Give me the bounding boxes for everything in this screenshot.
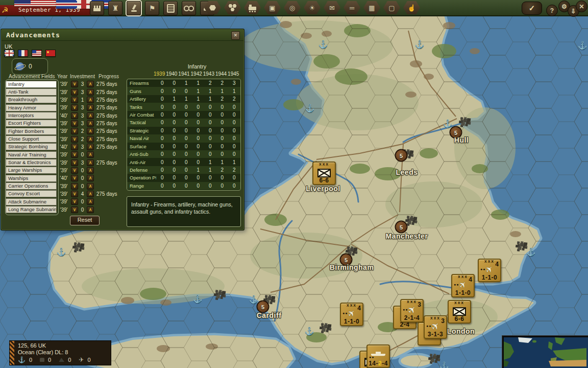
objectives-button[interactable]: ⚑ (145, 1, 159, 15)
investment-decrease-button[interactable]: ∨ (71, 136, 78, 143)
exit-button[interactable]: ✕ (576, 1, 587, 12)
hand-tool-button[interactable]: ☝ (403, 1, 420, 14)
field-name[interactable]: Attack Submarine (6, 198, 57, 205)
investment-increase-button[interactable]: ∧ (87, 159, 94, 166)
frame-view-button[interactable]: ▢ (383, 1, 400, 14)
flag-tab-usa[interactable] (32, 50, 42, 57)
supply-view-button[interactable]: ▣ (264, 1, 281, 14)
investment-decrease-button[interactable]: ∨ (71, 128, 78, 134)
investment-decrease-button[interactable]: ∨ (71, 151, 78, 158)
production-button[interactable] (90, 1, 104, 15)
field-name[interactable]: Carrier Operations (6, 182, 57, 190)
unit-counter[interactable]: XXX 4 ●● ✈ 1-1-0 (340, 303, 363, 326)
unit-counter[interactable]: XXX ✈ 6-6 (312, 162, 336, 185)
unit-counter[interactable]: XXX 3 ●● ✈ 2-1-4 (400, 299, 424, 323)
investment-increase-button[interactable]: ∧ (87, 191, 94, 197)
investment-decrease-button[interactable]: ∨ (71, 89, 78, 96)
stat-value: 0 (156, 144, 168, 149)
unit-counter[interactable]: ●● ✈ 14-2-4 (366, 344, 390, 368)
investment-increase-button[interactable]: ∧ (87, 89, 94, 96)
stat-value: 1 (216, 159, 229, 165)
field-name[interactable]: Interceptors (6, 112, 57, 119)
investment-decrease-button[interactable]: ∨ (71, 97, 78, 103)
field-name[interactable]: Strategic Bombing (6, 143, 57, 150)
field-name[interactable]: Anti-Tank (6, 88, 57, 96)
unit-counter[interactable]: XXX 4 ●● ✈ 1-1-0 (451, 274, 475, 297)
field-name[interactable]: Convoy Escort (6, 190, 57, 197)
target-view-button[interactable]: ◎ (284, 1, 301, 14)
chevron-up-icon: ∧ (89, 105, 92, 110)
grid-view-button[interactable]: ▦ (363, 1, 380, 14)
chevron-up-icon: ∧ (89, 137, 92, 142)
investment-increase-button[interactable]: ∧ (87, 136, 94, 143)
research-button[interactable] (127, 1, 141, 15)
port-anchor-icon: ⚓ (193, 294, 203, 304)
investment-decrease-button[interactable]: ∨ (71, 175, 78, 181)
investment-increase-button[interactable]: ∧ (87, 120, 94, 127)
investment-decrease-button[interactable]: ∨ (71, 191, 78, 197)
field-name[interactable]: Large Warships (6, 167, 57, 174)
field-name[interactable]: Sonar & Electronics (6, 159, 57, 166)
investment-decrease-button[interactable]: ∨ (71, 167, 78, 174)
investment-increase-button[interactable]: ∧ (87, 144, 94, 150)
field-year: '39' (57, 207, 71, 213)
investment-decrease-button[interactable]: ∨ (71, 112, 78, 119)
unit-counter[interactable]: XXX 4 ●● ✈ 1-1-0 (478, 259, 501, 282)
intel-button[interactable] (182, 1, 196, 15)
diplomacy-button[interactable]: ♜ (108, 1, 122, 15)
minimap[interactable] (502, 336, 588, 368)
messages-button[interactable]: ✉ (324, 1, 340, 14)
investment-increase-button[interactable]: ∧ (87, 175, 94, 181)
investment-increase-button[interactable]: ∧ (87, 183, 94, 190)
investment-decrease-button[interactable]: ∨ (71, 198, 78, 205)
help-button[interactable]: ? (546, 5, 558, 16)
investment-decrease-button[interactable]: ∨ (71, 120, 78, 127)
investment-increase-button[interactable]: ∧ (87, 81, 94, 87)
flag-tab-china[interactable] (45, 50, 56, 57)
field-name[interactable]: Naval Air Training (6, 151, 57, 158)
advancements-dialog: Advancements ✕ UK 0 Advancement Fields Y… (1, 29, 244, 230)
research-points-button[interactable]: 0 (12, 58, 48, 75)
field-name[interactable]: Warships (6, 175, 57, 182)
investment-increase-button[interactable]: ∧ (87, 97, 94, 103)
field-name[interactable]: Fighter Bombers (6, 128, 57, 135)
investment-decrease-button[interactable]: ∨ (71, 104, 78, 111)
city-icon (517, 244, 520, 247)
flag-tab-uk[interactable] (4, 50, 14, 57)
reports-button[interactable] (163, 1, 178, 15)
field-name[interactable]: Infantry (6, 81, 57, 88)
stat-value: 0 (180, 159, 192, 165)
field-name[interactable]: Close Support (6, 135, 57, 143)
investment-increase-button[interactable]: ∧ (87, 128, 94, 134)
investment-increase-button[interactable]: ∧ (87, 206, 94, 213)
hex-grid-button[interactable] (224, 1, 241, 14)
flag-tab-france[interactable] (18, 50, 28, 57)
stat-label: Guns (127, 88, 156, 94)
investment-increase-button[interactable]: ∧ (87, 167, 94, 174)
investment-decrease-button[interactable]: ∨ (71, 206, 78, 213)
unit-counter[interactable]: XXX 3 ●● ✈ 3-1-3 (424, 315, 447, 339)
investment-decrease-button[interactable]: ∨ (71, 183, 78, 190)
reset-button[interactable]: Reset (70, 216, 100, 225)
combat-view-button[interactable]: ☀ (304, 1, 321, 14)
field-name[interactable]: Breakthrough (6, 96, 57, 103)
city-icon (215, 292, 218, 295)
investment-increase-button[interactable]: ∧ (87, 151, 94, 158)
investment-decrease-button[interactable]: ∨ (71, 81, 78, 87)
borders-view-button[interactable]: ═ (344, 1, 360, 14)
field-name[interactable]: Escort Fighters (6, 120, 57, 127)
investment-increase-button[interactable]: ∧ (87, 104, 94, 111)
rail-view-button[interactable] (244, 1, 261, 14)
advancement-row: Warships '40' ∨ 0 ∧ (6, 174, 122, 182)
terrain-view-button[interactable] (204, 1, 221, 14)
end-turn-button[interactable]: ✓ (522, 2, 542, 15)
investment-increase-button[interactable]: ∧ (87, 198, 94, 205)
investment-increase-button[interactable]: ∧ (87, 112, 94, 119)
field-year: '39' (57, 191, 71, 197)
investment-decrease-button[interactable]: ∨ (71, 159, 78, 166)
field-name[interactable]: Long Range Submarine (6, 206, 57, 213)
field-name[interactable]: Heavy Armor (6, 104, 57, 111)
year-column-label: 1939 (153, 71, 165, 77)
unit-counter[interactable]: XXX ✈ 6-6 (448, 300, 471, 324)
investment-decrease-button[interactable]: ∨ (71, 144, 78, 150)
